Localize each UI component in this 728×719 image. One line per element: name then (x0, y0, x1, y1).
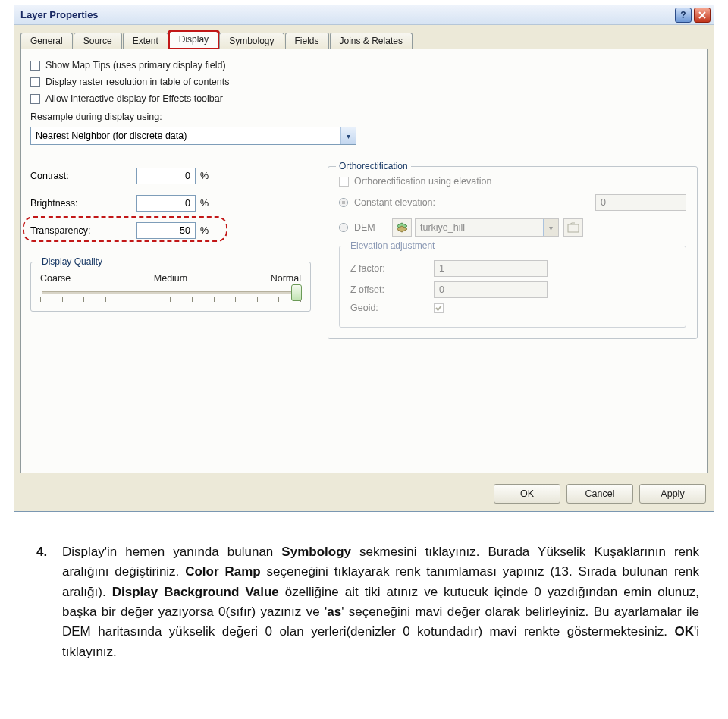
geoid-label: Geoid: (350, 303, 434, 313)
dq-normal-label: Normal (271, 273, 301, 284)
titlebar-buttons: ? (675, 8, 711, 23)
tab-extent[interactable]: Extent (123, 33, 168, 49)
tab-display[interactable]: Display (169, 31, 218, 49)
orthorectification-group: Orthorectification Orthorectification us… (328, 166, 698, 339)
tab-source[interactable]: Source (74, 33, 122, 49)
radio-constant-elevation: Constant elevation: (339, 194, 686, 211)
contrast-input[interactable] (136, 168, 196, 184)
checkbox-icon[interactable] (30, 61, 40, 71)
checkbox-icon[interactable] (30, 77, 40, 87)
contrast-row: Contrast: % (30, 166, 311, 186)
constant-elevation-input (595, 194, 686, 211)
check-raster-resolution[interactable]: Display raster resolution in table of co… (30, 77, 698, 87)
chevron-down-icon: ▾ (543, 219, 558, 236)
check-label: Allow interactive display for Effects to… (46, 93, 223, 104)
contrast-label: Contrast: (30, 171, 136, 181)
dem-combo-value: turkiye_hill (420, 222, 465, 233)
checkbox-icon (339, 177, 349, 187)
check-label: Display raster resolution in table of co… (46, 77, 230, 87)
percent-label: % (200, 225, 209, 236)
dq-medium-label: Medium (154, 273, 187, 284)
combo-value: Nearest Neighbor (for discrete data) (36, 130, 187, 141)
slider-thumb-icon[interactable] (291, 284, 302, 301)
titlebar: Layer Properties ? (14, 5, 714, 25)
geoid-checkbox (434, 303, 444, 313)
window-title: Layer Properties (20, 9, 675, 20)
tab-fields[interactable]: Fields (285, 33, 329, 49)
layer-properties-dialog: Layer Properties ? General Source Extent… (14, 5, 714, 512)
layer-icon (392, 218, 412, 237)
percent-label: % (200, 198, 209, 209)
group-title: Orthorectification (336, 161, 411, 171)
resample-combo[interactable]: Nearest Neighbor (for discrete data) ▾ (30, 127, 356, 145)
z-factor-label: Z factor: (350, 263, 434, 274)
brightness-input[interactable] (136, 195, 196, 212)
z-offset-label: Z offset: (350, 284, 434, 295)
list-marker: 4. (36, 542, 62, 662)
transparency-label: Transparency: (30, 225, 136, 236)
radio-dem: DEM turkiye_hill ▾ (339, 218, 686, 237)
z-offset-input (434, 281, 548, 298)
tab-body: Show Map Tips (uses primary display fiel… (20, 49, 708, 473)
brightness-label: Brightness: (30, 198, 136, 209)
chevron-down-icon[interactable]: ▾ (340, 127, 356, 144)
dem-combo: turkiye_hill ▾ (415, 218, 559, 237)
check-show-map-tips[interactable]: Show Map Tips (uses primary display fiel… (30, 60, 698, 71)
check-label: Show Map Tips (uses primary display fiel… (46, 60, 226, 71)
group-title: Display Quality (39, 256, 105, 267)
radio-icon (339, 223, 348, 232)
paragraph-body: Display'in hemen yanında bulunan Symbolo… (62, 542, 699, 662)
resample-label: Resample during display using: (30, 111, 698, 122)
checkbox-icon[interactable] (30, 94, 40, 104)
transparency-input[interactable] (136, 222, 196, 239)
dq-coarse-label: Coarse (40, 273, 71, 284)
check-interactive-effects[interactable]: Allow interactive display for Effects to… (30, 93, 698, 104)
tab-symbology[interactable]: Symbology (219, 33, 284, 49)
elevation-adjustment-group: Elevation adjustment Z factor: Z offset:… (339, 246, 686, 328)
orthorectification-column: Orthorectification Orthorectification us… (328, 166, 698, 339)
tab-joins-relates[interactable]: Joins & Relates (330, 33, 413, 49)
group-title: Elevation adjustment (347, 240, 438, 251)
radio-icon (339, 198, 348, 207)
tab-strip: General Source Extent Display Symbology … (14, 25, 714, 49)
display-adjustments: Contrast: % Brightness: % Transparency: … (30, 166, 311, 339)
percent-label: % (200, 171, 209, 181)
dem-label: DEM (354, 222, 392, 233)
const-elev-label: Constant elevation: (354, 197, 595, 208)
svg-rect-2 (568, 224, 579, 232)
display-quality-slider[interactable] (42, 291, 300, 294)
cancel-button[interactable]: Cancel (566, 484, 633, 504)
close-button[interactable] (694, 8, 711, 23)
document-paragraph: 4. Display'in hemen yanında bulunan Symb… (36, 542, 699, 662)
brightness-row: Brightness: % (30, 193, 311, 213)
ok-button[interactable]: OK (494, 484, 560, 504)
browse-icon (563, 218, 583, 237)
transparency-row: Transparency: % (30, 221, 311, 240)
ortho-using-elev-label: Orthorectification using elevation (354, 176, 491, 187)
tab-general[interactable]: General (20, 33, 73, 49)
apply-button[interactable]: Apply (639, 484, 706, 504)
z-factor-input (434, 260, 548, 277)
help-button[interactable]: ? (675, 8, 692, 23)
check-ortho-elevation: Orthorectification using elevation (339, 176, 686, 187)
display-quality-group: Display Quality Coarse Medium Normal (30, 262, 311, 312)
dialog-buttons: OK Cancel Apply (14, 479, 714, 511)
slider-ticks (40, 297, 301, 302)
